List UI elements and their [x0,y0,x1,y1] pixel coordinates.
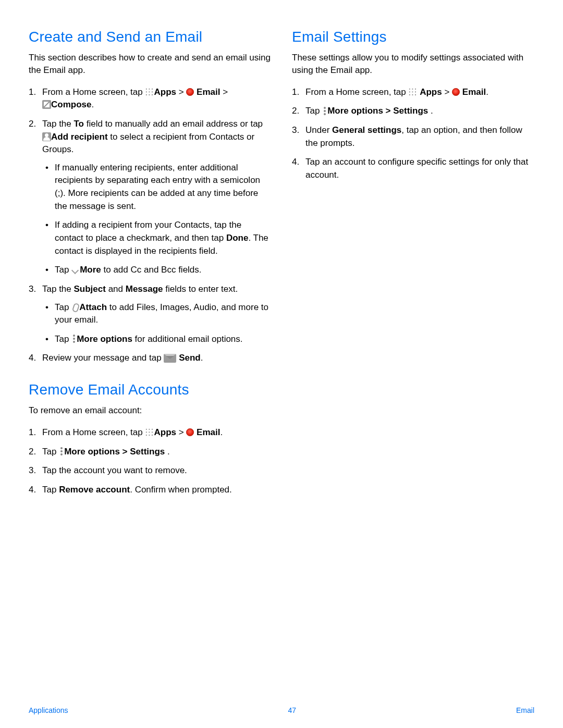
text: Under [305,125,332,135]
right-column: Email Settings These settings allow you … [292,29,534,513]
footer-left: Applications [29,706,68,714]
more-options-label: More options [327,106,383,116]
done-label: Done [226,233,249,243]
footer-page-number: 47 [288,706,296,714]
text: Tap [42,485,59,495]
send-icon [164,354,176,363]
apps-icon [145,428,154,437]
text: . [167,447,170,456]
text: to add Cc and Bcc fields. [101,265,202,275]
text: . [431,106,433,116]
apps-label: Apps [154,427,176,437]
bullet: If manually entering recipients, enter a… [42,162,271,213]
text: fields to enter text. [163,284,238,294]
intro-remove: To remove an email account: [29,404,271,417]
attach-icon [71,303,79,312]
more-label: More [80,265,101,275]
text: > [176,87,186,97]
step-3: Under General settings, tap an option, a… [292,124,534,150]
email-label: Email [197,427,220,437]
send-label: Send [176,353,200,363]
more-options-icon [322,106,327,116]
remove-account-label: Remove account [59,485,130,495]
intro-create-send: This section describes how to create and… [29,52,271,77]
text: . [201,353,203,363]
steps-create-send: From a Home screen, tap Apps > Email > C… [29,86,271,365]
more-options-icon [71,334,77,343]
section-email-settings: Email Settings These settings allow you … [292,29,534,181]
step-1: From a Home screen, tap Apps > Email. [29,426,271,439]
message-label: Message [126,284,163,294]
text: . Confirm when prompted. [130,485,232,495]
step-2: Tap the To field to manually add an emai… [29,118,271,277]
more-options-label: More options [77,334,132,344]
email-icon [186,88,194,96]
email-label: Email [197,87,220,97]
text: Tap [55,334,71,344]
text: Tap [42,447,59,456]
text: Review your message and tap [42,353,164,363]
page-footer: Applications 47 Email [29,706,534,714]
text: Tap [55,265,71,275]
attach-label: Attach [79,302,107,312]
email-label: Email [462,87,486,97]
text: > [220,87,228,97]
step-4: Review your message and tap Send. [29,352,271,365]
footer-right: Email [516,706,534,714]
step-1: From a Home screen, tap Apps > Email. [292,86,534,99]
step-4: Tap Remove account. Confirm when prompte… [29,484,271,497]
text: Tap [305,106,322,116]
apps-icon [145,88,154,96]
email-icon [186,428,194,436]
compose-label: Compose [51,100,91,109]
text: > [176,427,186,437]
apps-label: Apps [154,87,176,97]
step-1: From a Home screen, tap Apps > Email > C… [29,86,271,112]
heading-remove: Remove Email Accounts [29,381,271,398]
page-body: Create and Send an Email This section de… [0,0,563,513]
heading-create-send: Create and Send an Email [29,29,271,45]
text: for additional email options. [132,334,243,344]
left-column: Create and Send an Email This section de… [29,29,271,513]
substeps-2: If manually entering recipients, enter a… [42,162,271,277]
to-label: To [74,119,84,129]
bullet: Tap More to add Cc and Bcc fields. [42,264,271,277]
step-3: Tap the Subject and Message fields to en… [29,283,271,346]
email-icon [452,88,460,96]
text: If adding a recipient from your Contacts… [55,220,241,243]
text: and [106,284,126,294]
apps-icon [408,88,417,96]
text: Tap [55,302,71,312]
section-create-send-email: Create and Send an Email This section de… [29,29,271,365]
general-settings-label: General settings [332,125,401,135]
chevron-down-icon [71,267,80,273]
substeps-3: Tap Attach to add Files, Images, Audio, … [42,301,271,346]
heading-settings: Email Settings [292,29,534,45]
text: Tap the [42,119,74,129]
text: . [91,100,94,109]
text: From a Home screen, tap [42,87,145,97]
text: > [383,106,393,116]
steps-remove: From a Home screen, tap Apps > Email. Ta… [29,426,271,497]
subject-label: Subject [74,284,106,294]
text: . [220,427,223,437]
step-2: Tap More options > Settings . [29,446,271,459]
settings-label: Settings [393,106,428,116]
step-4: Tap an account to configure specific set… [292,156,534,181]
intro-settings: These settings allow you to modify setti… [292,52,534,77]
more-options-label: More options [64,447,120,456]
text: Tap the [42,284,74,294]
step-2: Tap More options > Settings . [292,105,534,118]
text: From a Home screen, tap [42,427,145,437]
section-remove-email: Remove Email Accounts To remove an email… [29,381,271,496]
text: From a Home screen, tap [305,87,408,97]
apps-label: Apps [420,87,442,97]
text: field to manually add an email address o… [84,119,263,129]
settings-label: Settings [130,447,165,456]
text: > [442,87,452,97]
contact-icon [42,132,51,141]
bullet: Tap More options for additional email op… [42,333,271,346]
bullet: Tap Attach to add Files, Images, Audio, … [42,301,271,327]
step-3: Tap the account you want to remove. [29,464,271,477]
more-options-icon [59,447,64,456]
